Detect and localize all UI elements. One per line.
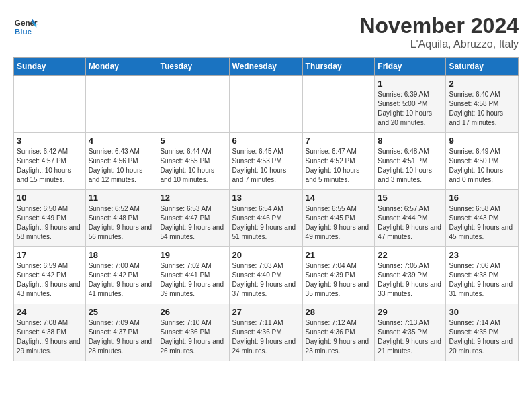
calendar-week-5: 24Sunrise: 7:08 AM Sunset: 4:38 PM Dayli… — [14, 304, 519, 361]
weekday-header-row: SundayMondayTuesdayWednesdayThursdayFrid… — [14, 58, 519, 76]
day-info: Sunrise: 7:08 AM Sunset: 4:38 PM Dayligh… — [17, 318, 83, 356]
day-info: Sunrise: 7:04 AM Sunset: 4:39 PM Dayligh… — [306, 261, 372, 299]
day-info: Sunrise: 7:12 AM Sunset: 4:36 PM Dayligh… — [306, 318, 372, 356]
calendar-week-4: 17Sunrise: 6:59 AM Sunset: 4:42 PM Dayli… — [14, 247, 519, 304]
day-number: 8 — [378, 136, 443, 146]
day-number: 17 — [17, 250, 83, 260]
day-info: Sunrise: 6:44 AM Sunset: 4:55 PM Dayligh… — [160, 147, 226, 185]
calendar-cell: 3Sunrise: 6:42 AM Sunset: 4:57 PM Daylig… — [14, 133, 86, 190]
day-number: 21 — [306, 250, 372, 260]
day-info: Sunrise: 6:42 AM Sunset: 4:57 PM Dayligh… — [17, 147, 83, 185]
day-number: 16 — [449, 193, 515, 203]
day-info: Sunrise: 7:00 AM Sunset: 4:42 PM Dayligh… — [89, 261, 154, 299]
calendar-cell: 13Sunrise: 6:54 AM Sunset: 4:46 PM Dayli… — [229, 190, 302, 247]
day-number: 10 — [17, 193, 83, 203]
weekday-header-thursday: Thursday — [302, 58, 375, 76]
day-number: 9 — [449, 136, 515, 146]
calendar-cell: 9Sunrise: 6:49 AM Sunset: 4:50 PM Daylig… — [446, 133, 519, 190]
day-info: Sunrise: 7:05 AM Sunset: 4:39 PM Dayligh… — [378, 261, 443, 299]
day-number: 3 — [17, 136, 83, 146]
logo: General Blue — [13, 13, 38, 38]
calendar-cell: 12Sunrise: 6:53 AM Sunset: 4:47 PM Dayli… — [157, 190, 229, 247]
calendar-cell: 8Sunrise: 6:48 AM Sunset: 4:51 PM Daylig… — [375, 133, 446, 190]
day-number: 23 — [449, 250, 515, 260]
day-info: Sunrise: 6:57 AM Sunset: 4:44 PM Dayligh… — [378, 204, 443, 242]
day-number: 25 — [89, 307, 154, 317]
day-info: Sunrise: 6:48 AM Sunset: 4:51 PM Dayligh… — [378, 147, 443, 185]
calendar-cell: 5Sunrise: 6:44 AM Sunset: 4:55 PM Daylig… — [157, 133, 229, 190]
day-info: Sunrise: 6:58 AM Sunset: 4:43 PM Dayligh… — [449, 204, 515, 242]
day-info: Sunrise: 6:47 AM Sunset: 4:52 PM Dayligh… — [306, 147, 372, 185]
day-info: Sunrise: 6:43 AM Sunset: 4:56 PM Dayligh… — [89, 147, 154, 185]
calendar-week-2: 3Sunrise: 6:42 AM Sunset: 4:57 PM Daylig… — [14, 133, 519, 190]
day-info: Sunrise: 7:09 AM Sunset: 4:37 PM Dayligh… — [89, 318, 154, 356]
day-info: Sunrise: 7:10 AM Sunset: 4:36 PM Dayligh… — [160, 318, 226, 356]
calendar-cell: 21Sunrise: 7:04 AM Sunset: 4:39 PM Dayli… — [302, 247, 375, 304]
weekday-header-monday: Monday — [85, 58, 157, 76]
calendar-cell: 30Sunrise: 7:14 AM Sunset: 4:35 PM Dayli… — [446, 304, 519, 361]
calendar-cell — [14, 76, 86, 133]
day-number: 22 — [378, 250, 443, 260]
day-number: 5 — [160, 136, 226, 146]
weekday-header-wednesday: Wednesday — [229, 58, 302, 76]
day-info: Sunrise: 6:50 AM Sunset: 4:49 PM Dayligh… — [17, 204, 83, 242]
calendar-cell: 23Sunrise: 7:06 AM Sunset: 4:38 PM Dayli… — [446, 247, 519, 304]
day-info: Sunrise: 6:53 AM Sunset: 4:47 PM Dayligh… — [160, 204, 226, 242]
calendar-cell: 26Sunrise: 7:10 AM Sunset: 4:36 PM Dayli… — [157, 304, 229, 361]
calendar-cell — [302, 76, 375, 133]
day-number: 29 — [378, 307, 443, 317]
calendar-cell: 19Sunrise: 7:02 AM Sunset: 4:41 PM Dayli… — [157, 247, 229, 304]
day-number: 26 — [160, 307, 226, 317]
day-info: Sunrise: 7:11 AM Sunset: 4:36 PM Dayligh… — [232, 318, 300, 356]
day-number: 15 — [378, 193, 443, 203]
day-info: Sunrise: 6:45 AM Sunset: 4:53 PM Dayligh… — [232, 147, 300, 185]
weekday-header-friday: Friday — [375, 58, 446, 76]
calendar-week-3: 10Sunrise: 6:50 AM Sunset: 4:49 PM Dayli… — [14, 190, 519, 247]
day-info: Sunrise: 6:59 AM Sunset: 4:42 PM Dayligh… — [17, 261, 83, 299]
day-info: Sunrise: 6:49 AM Sunset: 4:50 PM Dayligh… — [449, 147, 515, 185]
day-info: Sunrise: 7:06 AM Sunset: 4:38 PM Dayligh… — [449, 261, 515, 299]
weekday-header-saturday: Saturday — [446, 58, 519, 76]
day-info: Sunrise: 7:13 AM Sunset: 4:35 PM Dayligh… — [378, 318, 443, 356]
calendar-cell: 6Sunrise: 6:45 AM Sunset: 4:53 PM Daylig… — [229, 133, 302, 190]
calendar-cell: 4Sunrise: 6:43 AM Sunset: 4:56 PM Daylig… — [85, 133, 157, 190]
calendar-cell: 18Sunrise: 7:00 AM Sunset: 4:42 PM Dayli… — [85, 247, 157, 304]
day-number: 18 — [89, 250, 154, 260]
calendar-cell — [157, 76, 229, 133]
day-number: 14 — [306, 193, 372, 203]
logo-icon: General Blue — [13, 13, 38, 38]
day-info: Sunrise: 6:55 AM Sunset: 4:45 PM Dayligh… — [306, 204, 372, 242]
calendar-table: SundayMondayTuesdayWednesdayThursdayFrid… — [13, 57, 519, 361]
calendar-cell: 20Sunrise: 7:03 AM Sunset: 4:40 PM Dayli… — [229, 247, 302, 304]
day-number: 11 — [89, 193, 154, 203]
calendar-cell: 29Sunrise: 7:13 AM Sunset: 4:35 PM Dayli… — [375, 304, 446, 361]
day-info: Sunrise: 6:52 AM Sunset: 4:48 PM Dayligh… — [89, 204, 154, 242]
calendar-cell: 10Sunrise: 6:50 AM Sunset: 4:49 PM Dayli… — [14, 190, 86, 247]
weekday-header-sunday: Sunday — [14, 58, 86, 76]
day-number: 6 — [232, 136, 300, 146]
calendar-cell: 28Sunrise: 7:12 AM Sunset: 4:36 PM Dayli… — [302, 304, 375, 361]
title-area: November 2024 L'Aquila, Abruzzo, Italy — [359, 13, 519, 50]
day-info: Sunrise: 6:39 AM Sunset: 5:00 PM Dayligh… — [378, 90, 443, 128]
calendar-title: November 2024 — [359, 13, 519, 38]
day-info: Sunrise: 7:03 AM Sunset: 4:40 PM Dayligh… — [232, 261, 300, 299]
calendar-cell: 11Sunrise: 6:52 AM Sunset: 4:48 PM Dayli… — [85, 190, 157, 247]
calendar-cell: 2Sunrise: 6:40 AM Sunset: 4:58 PM Daylig… — [446, 76, 519, 133]
day-info: Sunrise: 7:14 AM Sunset: 4:35 PM Dayligh… — [449, 318, 515, 356]
day-number: 13 — [232, 193, 300, 203]
calendar-cell — [229, 76, 302, 133]
header: General Blue November 2024 L'Aquila, Abr… — [13, 13, 519, 50]
calendar-cell: 14Sunrise: 6:55 AM Sunset: 4:45 PM Dayli… — [302, 190, 375, 247]
day-number: 28 — [306, 307, 372, 317]
calendar-week-1: 1Sunrise: 6:39 AM Sunset: 5:00 PM Daylig… — [14, 76, 519, 133]
calendar-cell: 17Sunrise: 6:59 AM Sunset: 4:42 PM Dayli… — [14, 247, 86, 304]
day-info: Sunrise: 7:02 AM Sunset: 4:41 PM Dayligh… — [160, 261, 226, 299]
calendar-cell: 1Sunrise: 6:39 AM Sunset: 5:00 PM Daylig… — [375, 76, 446, 133]
calendar-cell: 25Sunrise: 7:09 AM Sunset: 4:37 PM Dayli… — [85, 304, 157, 361]
calendar-cell: 27Sunrise: 7:11 AM Sunset: 4:36 PM Dayli… — [229, 304, 302, 361]
day-number: 1 — [378, 79, 443, 89]
day-number: 24 — [17, 307, 83, 317]
calendar-cell: 24Sunrise: 7:08 AM Sunset: 4:38 PM Dayli… — [14, 304, 86, 361]
day-number: 2 — [449, 79, 515, 89]
calendar-cell: 16Sunrise: 6:58 AM Sunset: 4:43 PM Dayli… — [446, 190, 519, 247]
